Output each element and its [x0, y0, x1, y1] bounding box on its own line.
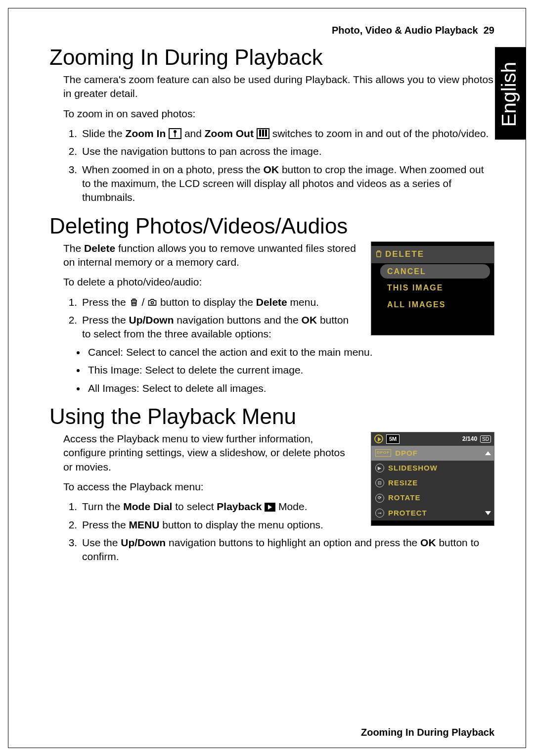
txt: menu.: [287, 296, 319, 308]
down-arrow-icon: [485, 511, 491, 515]
bold: Playback: [217, 501, 262, 512]
txt: and: [184, 128, 205, 139]
pb-item-rotate: ⟳ ROTATE: [371, 490, 494, 505]
bold: OK: [302, 314, 317, 326]
svg-point-0: [151, 301, 154, 304]
bullet-all-images: All Images: Select to delete all images.: [86, 381, 494, 395]
trash-icon: [129, 297, 139, 307]
bold: Up/Down: [129, 314, 174, 326]
delete-menu-title: DELETE: [371, 246, 494, 263]
pb-item-slideshow: ▶ SLIDESHOW: [371, 461, 494, 475]
resize-icon: ⊡: [375, 478, 384, 487]
txt: RESIZE: [388, 478, 418, 488]
bold: MENU: [129, 519, 160, 530]
txt: navigation buttons and the: [174, 314, 302, 326]
bold: Zoom In: [126, 128, 166, 139]
pb-item-dpof: DPOF DPOF: [371, 446, 494, 461]
txt: Press the: [82, 519, 129, 530]
txt: Slide the: [82, 128, 126, 139]
playback-menu-screenshot: 5M 2/140 SD DPOF DPOF ▶ SLIDESHOW ⊡ RESI…: [371, 432, 494, 526]
playback-step-1: Turn the Mode Dial to select Playback Mo…: [80, 500, 356, 514]
zoom-out-icon: [257, 128, 269, 139]
camera-icon: [147, 297, 157, 307]
zoom-step-2: Use the navigation buttons to pan across…: [80, 144, 494, 158]
txt: Press the: [82, 296, 129, 308]
txt: DPOF: [395, 448, 418, 458]
playback-step-2: Press the MENU button to display the men…: [80, 518, 356, 532]
delete-intro: The Delete function allows you to remove…: [63, 241, 356, 270]
zoom-step-1: Slide the Zoom In and Zoom Out switches …: [80, 127, 494, 141]
bold: Zoom Out: [205, 128, 254, 139]
delete-option-this-image: THIS IMAGE: [371, 280, 494, 296]
bold: OK: [420, 537, 436, 548]
bullet-this-image: This Image: Select to delete the current…: [86, 363, 494, 377]
language-tab: English: [495, 47, 526, 140]
bold: Mode Dial: [123, 501, 172, 512]
delete-step-1: Press the / button to display the Delete…: [80, 295, 356, 309]
delete-step-2: Press the Up/Down navigation buttons and…: [80, 313, 356, 341]
dpof-icon: DPOF: [375, 449, 391, 457]
play-icon: [374, 434, 383, 443]
txt: SLIDESHOW: [388, 463, 438, 473]
playback-intro: Access the Playback menu to view further…: [63, 432, 356, 474]
playback-mode-icon: [265, 503, 275, 512]
heading-zooming: Zooming In During Playback: [49, 45, 494, 70]
trash-icon: [374, 249, 383, 258]
txt: button to display the menu options.: [159, 519, 323, 530]
txt: to select: [172, 501, 217, 512]
playback-step-3: Use the Up/Down navigation buttons to hi…: [80, 536, 494, 564]
bold: OK: [264, 164, 279, 175]
txt: Turn the: [82, 501, 123, 512]
txt: DELETE: [385, 249, 424, 259]
txt: The: [63, 242, 84, 254]
resolution-badge: 5M: [386, 434, 400, 444]
txt: Press the: [82, 314, 129, 326]
header-page: 29: [484, 25, 494, 36]
heading-deleting: Deleting Photos/Videos/Audios: [49, 214, 494, 238]
zoom-lead: To zoom in on saved photos:: [63, 107, 494, 121]
heading-playback-menu: Using the Playback Menu: [49, 404, 494, 429]
txt: PROTECT: [388, 508, 427, 518]
zoom-in-icon: [169, 128, 181, 139]
txt: Mode.: [278, 501, 307, 512]
pb-item-resize: ⊡ RESIZE: [371, 475, 494, 490]
pb-item-protect: ⊸ PROTECT: [371, 506, 494, 520]
zoom-intro: The camera's zoom feature can also be us…: [63, 73, 494, 101]
playback-top-bar: 5M 2/140 SD: [371, 432, 494, 446]
delete-option-all-images: ALL IMAGES: [371, 296, 494, 313]
txt: Use the: [82, 537, 121, 548]
bold: Up/Down: [121, 537, 166, 548]
rotate-icon: ⟳: [375, 494, 384, 503]
page-footer: Zooming In During Playback: [361, 727, 494, 738]
bold: Delete: [256, 296, 287, 308]
delete-menu-screenshot: DELETE CANCEL THIS IMAGE ALL IMAGES: [371, 241, 494, 335]
up-arrow-icon: [485, 451, 491, 455]
txt: switches to zoom in and out of the photo…: [272, 128, 489, 139]
txt: ROTATE: [388, 493, 420, 503]
bullet-cancel: Cancel: Select to cancel the action and …: [86, 345, 494, 359]
page-header: Photo, Video & Audio Playback 29: [49, 25, 494, 36]
txt: navigation buttons to highlight an optio…: [166, 537, 420, 548]
txt: When zoomed in on a photo, press the: [82, 164, 264, 175]
delete-option-cancel: CANCEL: [380, 264, 490, 279]
image-count: 2/140: [462, 435, 477, 443]
header-section: Photo, Video & Audio Playback: [332, 25, 478, 36]
storage-badge: SD: [480, 435, 491, 443]
protect-icon: ⊸: [375, 509, 384, 518]
txt: button to display the: [160, 296, 256, 308]
zoom-step-3: When zoomed in on a photo, press the OK …: [80, 163, 494, 205]
bold: Delete: [84, 242, 115, 254]
delete-lead: To delete a photo/video/audio:: [63, 275, 356, 289]
slideshow-icon: ▶: [375, 464, 384, 472]
playback-lead: To access the Playback menu:: [63, 480, 356, 494]
